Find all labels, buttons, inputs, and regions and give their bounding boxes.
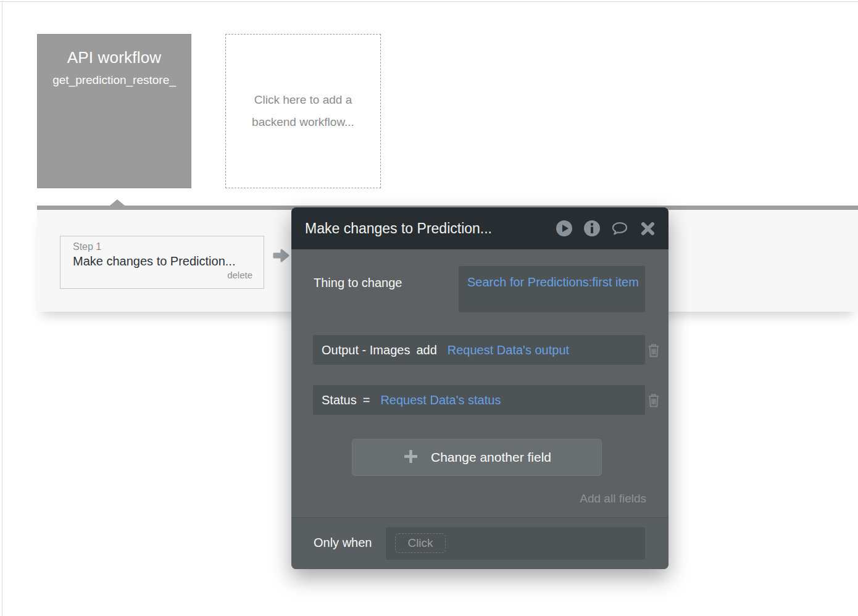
add-backend-workflow-label: Click here to add a backend workflow... <box>240 89 367 133</box>
api-workflow-card[interactable]: API workflow get_prediction_restore_ <box>37 34 191 188</box>
field-name: Output - Images <box>322 343 410 357</box>
field-operator: add <box>416 343 436 357</box>
change-row-status[interactable]: Status = Request Data's status <box>313 385 645 415</box>
trash-icon[interactable] <box>646 341 661 359</box>
api-workflow-name: get_prediction_restore_ <box>38 73 191 87</box>
backend-workflow-editor: API workflow get_prediction_restore_ Cli… <box>0 0 858 616</box>
step-delete-link[interactable]: delete <box>73 270 252 280</box>
step-card-1[interactable]: Step 1 Make changes to Prediction... del… <box>60 236 264 289</box>
thing-to-change-value[interactable]: Search for Predictions:first item <box>459 266 645 312</box>
run-play-icon[interactable] <box>556 220 573 237</box>
page-left-border <box>2 2 2 616</box>
page-top-border <box>0 1 858 2</box>
modal-footer: Only when Click <box>291 517 668 569</box>
only-when-placeholder-chip: Click <box>395 533 446 553</box>
arrow-right-icon <box>272 248 291 266</box>
thing-to-change-label: Thing to change <box>314 276 402 290</box>
thing-to-change-expression[interactable]: Search for Predictions:first item <box>467 275 639 289</box>
caret-up-icon <box>110 199 125 206</box>
comment-icon[interactable] <box>611 220 628 237</box>
trash-icon[interactable] <box>646 391 661 409</box>
modal-title: Make changes to Prediction... <box>305 220 556 237</box>
only-when-label: Only when <box>314 536 372 550</box>
close-icon[interactable] <box>639 220 656 237</box>
step-title: Make changes to Prediction... <box>73 254 252 268</box>
step-number: Step 1 <box>73 241 252 252</box>
add-backend-workflow-card[interactable]: Click here to add a backend workflow... <box>225 34 381 188</box>
field-name: Status <box>322 393 357 407</box>
only-when-input[interactable]: Click <box>386 527 645 560</box>
field-value-expression[interactable]: Request Data's status <box>380 393 501 407</box>
change-another-field-label: Change another field <box>431 450 551 465</box>
modal-header: Make changes to Prediction... <box>291 207 668 249</box>
action-modal: Make changes to Prediction... <box>291 207 668 569</box>
api-workflow-title: API workflow <box>38 48 191 67</box>
change-another-field-button[interactable]: Change another field <box>352 439 602 476</box>
plus-icon <box>402 448 419 467</box>
add-all-fields-link[interactable]: Add all fields <box>580 492 646 506</box>
change-row-output[interactable]: Output - Images add Request Data's outpu… <box>313 335 645 365</box>
field-value-expression[interactable]: Request Data's output <box>448 343 569 357</box>
info-icon[interactable] <box>583 220 601 237</box>
field-operator: = <box>363 393 370 407</box>
